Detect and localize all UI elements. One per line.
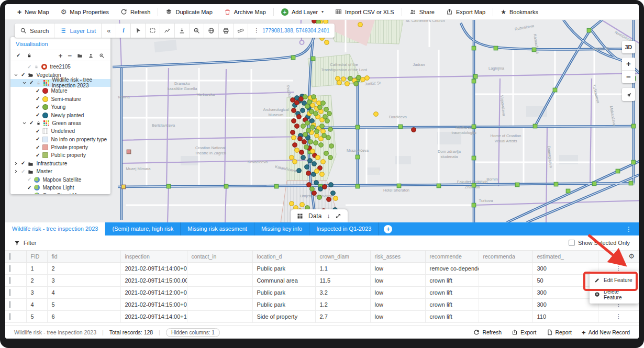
visibility-check-icon[interactable]: ✓ — [27, 193, 31, 194]
tree-marker[interactable] — [320, 124, 325, 129]
select-tool-button[interactable] — [131, 24, 146, 38]
column-header-crown_diam[interactable]: crown_diam — [315, 251, 370, 262]
locate-button[interactable] — [622, 88, 635, 101]
table-cell[interactable]: 1 — [26, 262, 47, 274]
tree-marker[interactable] — [305, 165, 309, 170]
table-cell[interactable]: Public park — [252, 262, 315, 274]
visibility-check-icon[interactable]: ✓ — [36, 137, 40, 142]
share-button[interactable]: Share — [404, 4, 440, 20]
layer-row-tree2105[interactable]: ✓tree2105 — [10, 63, 110, 71]
tree-marker[interactable] — [325, 40, 329, 45]
tree-marker[interactable] — [301, 124, 306, 129]
tree-marker[interactable] — [317, 195, 322, 200]
tree-marker[interactable] — [323, 185, 327, 189]
column-header-contact_in[interactable]: contact_in — [187, 251, 252, 262]
layer-row-semi-mature[interactable]: ✓Semi-mature — [10, 95, 110, 103]
tree-marker[interactable] — [293, 143, 297, 148]
tree-marker[interactable] — [317, 101, 321, 106]
tree-marker[interactable] — [299, 150, 304, 155]
table-cell[interactable]: 5 — [26, 310, 47, 322]
table-cell[interactable]: low — [370, 298, 425, 310]
table-report-button[interactable]: Report — [547, 329, 572, 336]
new-folder-icon[interactable] — [77, 53, 83, 59]
add-new-record-button[interactable]: +Add New Record — [582, 329, 630, 336]
tree-marker[interactable] — [334, 196, 338, 201]
tree-marker[interactable] — [315, 133, 319, 138]
tree-marker[interactable] — [292, 108, 296, 113]
tree-marker[interactable] — [321, 160, 326, 164]
tree-marker[interactable] — [310, 149, 315, 154]
table-cell[interactable]: 2021-02-09T14:14:00+10:30 — [120, 310, 187, 322]
layer-row-wildlife-risk-tree-inspection-2023[interactable]: ✓Wildlife risk - tree inspection 2023 — [10, 79, 110, 87]
measure-tool-button[interactable] — [234, 24, 248, 38]
table-cell[interactable]: 2.7 — [315, 310, 370, 322]
table-cell[interactable]: 300 — [532, 298, 598, 310]
table-cell[interactable]: 6 — [47, 310, 120, 322]
layer-row-mapbox-satellite[interactable]: ✓Mapbox Satellite — [10, 175, 110, 183]
edit-feature-menu-item[interactable]: Edit Feature — [590, 273, 639, 287]
tree-marker[interactable] — [324, 107, 329, 112]
delete-feature-menu-item[interactable]: Delete Feature — [590, 287, 639, 301]
tree-marker[interactable] — [331, 191, 336, 196]
row-checkbox[interactable] — [9, 289, 10, 296]
tab-missing-risk-assesment[interactable]: Missing risk assesment — [181, 222, 254, 235]
rectangle-select-tool-button[interactable] — [146, 24, 160, 38]
tree-marker[interactable] — [316, 155, 320, 160]
table-export-button[interactable]: Export — [512, 329, 536, 336]
table-cell[interactable] — [187, 298, 252, 310]
layer-row-master[interactable]: ✓Master — [10, 167, 110, 175]
tree-marker[interactable] — [299, 97, 304, 102]
visibility-check-icon[interactable]: ✓ — [36, 105, 40, 110]
tree-marker[interactable] — [354, 82, 359, 86]
column-header-estimated_[interactable]: estimated_ — [532, 251, 598, 262]
tree-marker[interactable] — [318, 187, 323, 192]
tree-marker[interactable] — [327, 111, 332, 116]
row-checkbox[interactable] — [9, 265, 10, 272]
visibility-check-icon[interactable]: ✓ — [21, 161, 25, 166]
data-panel-handle[interactable]: Data ↓ — [291, 209, 348, 222]
layer-row-mapbox-light[interactable]: ✓Mapbox Light — [10, 184, 110, 192]
tree-marker[interactable] — [303, 132, 308, 137]
add-tab-button[interactable]: + — [384, 225, 392, 233]
lock-open-icon[interactable] — [34, 64, 39, 69]
table-cell[interactable]: 2021-02-09T14:14:00+01:00 — [120, 262, 187, 274]
column-header-recommenda[interactable]: recommenda — [479, 251, 532, 262]
tree-marker[interactable] — [357, 75, 361, 80]
tree-marker[interactable] — [306, 128, 311, 133]
table-cell[interactable]: 3 — [47, 274, 120, 286]
table-cell[interactable]: 3 — [26, 286, 47, 298]
tree-marker[interactable] — [312, 162, 317, 166]
visibility-check-icon[interactable]: ✓ — [36, 129, 40, 134]
remove-layer-icon[interactable]: − — [68, 52, 72, 59]
visibility-check-icon[interactable]: ✓ — [36, 145, 40, 150]
zoom-out-button[interactable]: − — [622, 71, 635, 83]
tree-marker[interactable] — [295, 148, 299, 153]
table-cell[interactable]: Communal area — [252, 274, 315, 286]
tree-marker[interactable] — [290, 155, 294, 160]
tree-marker[interactable] — [307, 183, 312, 187]
tree-marker[interactable] — [304, 145, 309, 150]
bookmarks-button[interactable]: ★Bookmarks — [495, 4, 544, 20]
layer-row-private-property[interactable]: ✓Private property — [10, 143, 110, 151]
table-cell[interactable] — [479, 298, 532, 310]
tree-marker[interactable] — [315, 129, 319, 134]
coordinates-display[interactable]: ⋮1779081.388, 5749304.2401 — [248, 24, 335, 38]
tree-marker[interactable] — [322, 133, 327, 138]
tree-marker[interactable] — [329, 183, 334, 187]
tree-marker[interactable] — [305, 104, 310, 109]
tree-marker[interactable] — [412, 128, 416, 132]
add-layer-button[interactable]: +Add Layer▾ — [275, 4, 329, 20]
new-map-button[interactable]: +New Map — [12, 4, 55, 20]
table-cell[interactable] — [479, 262, 532, 274]
table-cell[interactable] — [479, 274, 532, 286]
lock-open-icon[interactable] — [36, 81, 41, 85]
tree-marker[interactable] — [301, 108, 305, 113]
visibility-check-icon[interactable]: ✓ — [36, 113, 40, 118]
table-cell[interactable]: 2 — [47, 262, 120, 274]
table-cell[interactable] — [479, 310, 532, 322]
tree-marker[interactable] — [300, 203, 305, 207]
tree-marker[interactable] — [315, 169, 319, 174]
tree-marker[interactable] — [319, 109, 324, 114]
show-selected-only-checkbox[interactable] — [569, 240, 575, 246]
visibility-check-icon[interactable]: ✓ — [21, 169, 25, 174]
